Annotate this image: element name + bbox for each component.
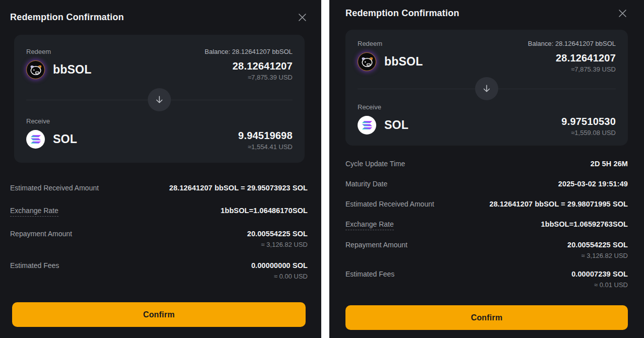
close-button[interactable]: [297, 12, 308, 23]
detail-row: Maturity Date 2025-03-02 19:51:49: [345, 180, 628, 189]
row-label[interactable]: Exchange Rate: [10, 207, 58, 217]
receive-amount: 9.97510530: [561, 116, 616, 127]
sol-token-icon: [26, 130, 45, 149]
modal-title: Redemption Confirmation: [345, 8, 459, 19]
confirm-button[interactable]: Confirm: [345, 305, 628, 330]
balance-text: Balance: 28.12641207 bbSOL: [205, 48, 292, 55]
modal-header: Redemption Confirmation: [10, 12, 308, 23]
bbsol-token-icon: [26, 60, 45, 79]
close-icon: [618, 9, 627, 18]
close-icon: [298, 13, 307, 22]
row-value: 20.00554225 SOL: [567, 241, 628, 249]
detail-row: Cycle Update Time 2D 5H 26M: [345, 160, 628, 169]
redeem-usd-value: ≈7,875.39 USD: [232, 74, 292, 81]
row-label: Estimated Received Amount: [10, 184, 99, 193]
redeem-amount: 28.12641207: [232, 60, 292, 72]
receive-token-name: SOL: [53, 132, 77, 146]
row-label: Estimated Received Amount: [345, 200, 434, 210]
detail-row: Exchange Rate 1bbSOL=1.06486170SOL: [10, 207, 308, 217]
row-value: 0.00000000 SOL: [251, 261, 308, 269]
row-label: Estimated Fees: [10, 261, 59, 271]
modal-header: Redemption Confirmation: [345, 8, 628, 19]
confirm-button[interactable]: Confirm: [12, 302, 306, 327]
detail-rows: Estimated Received Amount 28.12641207 bb…: [10, 184, 308, 280]
row-label: Estimated Fees: [345, 270, 394, 280]
swap-summary-card: Redeem Balance: 28.12641207 bbSOL bbSOL …: [14, 35, 305, 163]
bbsol-token-icon: [358, 52, 376, 71]
redeem-token: bbSOL: [26, 60, 91, 79]
detail-row: Estimated Fees 0.00000000 SOL ≈ 0.00 USD: [10, 261, 308, 280]
swap-divider: [358, 77, 616, 100]
modal-title: Redemption Confirmation: [10, 12, 124, 23]
swap-summary-card: Redeem Balance: 28.12641207 bbSOL bbSOL …: [345, 30, 628, 146]
row-value: 1bbSOL=1.06592763SOL: [541, 220, 628, 228]
redeem-usd-value: ≈7,875.39 USD: [556, 65, 616, 73]
redeem-token-name: bbSOL: [384, 55, 423, 69]
redeem-amount: 28.12641207: [556, 52, 616, 64]
screenshot-divider: [321, 0, 329, 338]
receive-usd-value: ≈1,554.41 USD: [238, 143, 292, 151]
row-label: Cycle Update Time: [345, 160, 405, 169]
row-value: 28.12641207 bbSOL = 29.95073923 SOL: [169, 184, 308, 192]
receive-amount: 9.94519698: [238, 130, 292, 142]
redemption-confirmation-modal: Redemption Confirmation Redeem Balance: …: [329, 0, 644, 338]
redeem-label: Redeem: [26, 48, 51, 55]
receive-label: Receive: [26, 117, 292, 125]
arrow-down-icon: [475, 77, 498, 100]
receive-token: SOL: [26, 130, 77, 149]
row-value: 0.00007239 SOL: [571, 270, 628, 278]
detail-row: Exchange Rate 1bbSOL=1.06592763SOL: [345, 220, 628, 230]
redeem-token: bbSOL: [358, 52, 423, 71]
detail-row: Estimated Received Amount 28.12641207 bb…: [10, 184, 308, 193]
row-value: 20.00554225 SOL: [247, 230, 308, 238]
row-label: Repayment Amount: [345, 241, 407, 250]
receive-token: SOL: [358, 116, 408, 134]
sol-token-icon: [358, 116, 376, 134]
receive-label: Receive: [358, 103, 616, 111]
detail-row: Repayment Amount 20.00554225 SOL ≈ 3,126…: [345, 241, 628, 259]
redemption-confirmation-modal: Redemption Confirmation Redeem Balance: …: [0, 0, 321, 338]
receive-token-name: SOL: [384, 118, 408, 132]
row-label: Maturity Date: [345, 180, 387, 189]
redeem-label: Redeem: [358, 40, 382, 47]
row-value: 28.12641207 bbSOL = 29.98071995 SOL: [490, 200, 628, 208]
row-sub-usd: ≈ 0.01 USD: [571, 281, 628, 289]
detail-row: Repayment Amount 20.00554225 SOL ≈ 3,126…: [10, 230, 308, 248]
redeem-token-name: bbSOL: [53, 63, 91, 77]
receive-usd-value: ≈1,559.08 USD: [561, 129, 616, 137]
balance-text: Balance: 28.12641207 bbSOL: [528, 40, 616, 47]
row-sub-usd: ≈ 3,126.82 USD: [247, 241, 308, 248]
row-value: 1bbSOL=1.06486170SOL: [221, 207, 308, 215]
arrow-down-icon: [148, 88, 171, 111]
detail-rows: Cycle Update Time 2D 5H 26M Maturity Dat…: [345, 160, 628, 289]
row-label: Repayment Amount: [10, 230, 72, 239]
row-label[interactable]: Exchange Rate: [345, 220, 394, 230]
row-sub-usd: ≈ 3,126.82 USD: [567, 252, 628, 259]
row-value: 2D 5H 26M: [591, 160, 628, 168]
row-value: 2025-03-02 19:51:49: [558, 180, 628, 188]
swap-divider: [26, 88, 292, 111]
row-sub-usd: ≈ 0.00 USD: [251, 273, 308, 280]
close-button[interactable]: [617, 8, 628, 19]
detail-row: Estimated Received Amount 28.12641207 bb…: [345, 200, 628, 210]
detail-row: Estimated Fees 0.00007239 SOL ≈ 0.01 USD: [345, 270, 628, 289]
